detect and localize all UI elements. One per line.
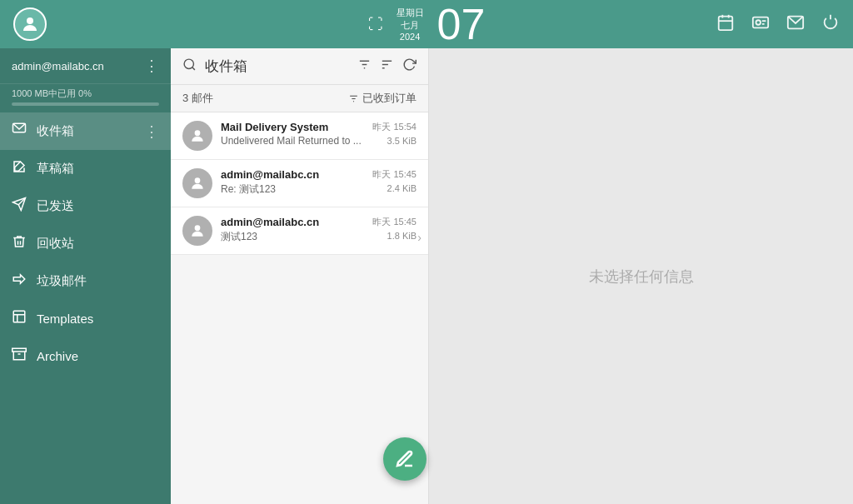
email-time: 昨天 15:45 — [372, 168, 417, 181]
email-subject: Undelivered Mail Returned to ... — [221, 135, 364, 147]
email-meta: 昨天 15:45 2.4 KiB — [372, 168, 417, 193]
archive-icon — [12, 347, 27, 366]
avatar — [182, 216, 212, 246]
filter-label: 已收到订单 — [348, 91, 417, 106]
avatar — [182, 121, 212, 151]
no-selection-text: 未选择任何信息 — [589, 267, 694, 287]
expand-icon[interactable]: ⛶ — [368, 16, 383, 33]
email-meta: 昨天 15:54 3.5 KiB — [372, 121, 417, 146]
sidebar-item-templates[interactable]: Templates — [0, 300, 171, 337]
drafts-icon — [12, 159, 27, 178]
email-list-header: 收件箱 — [171, 48, 428, 85]
svg-rect-13 — [13, 311, 25, 322]
refresh-icon[interactable] — [402, 57, 417, 76]
templates-icon — [12, 309, 27, 328]
email-meta: 昨天 15:45 1.8 KiB — [372, 216, 417, 241]
svg-rect-1 — [719, 16, 733, 29]
email-content: admin@mailabc.cn 测试123 — [221, 216, 364, 244]
reading-pane: 未选择任何信息 — [429, 48, 853, 504]
user-avatar[interactable] — [13, 7, 47, 41]
svg-point-0 — [27, 17, 33, 24]
day-display: 07 — [437, 2, 486, 46]
templates-label: Templates — [37, 312, 159, 326]
sidebar: admin@mailabc.cn ⋮ 1000 MB中已用 0% 收件箱 ⋮ 草… — [0, 48, 171, 504]
search-icon[interactable] — [182, 57, 197, 75]
top-bar-center: ⛶ 星期日 七月 2024 07 — [368, 2, 486, 46]
filter-label-text: 已收到订单 — [362, 91, 417, 106]
email-sender: admin@mailabc.cn — [221, 216, 364, 228]
storage-bar-track — [12, 102, 159, 106]
main-area: admin@mailabc.cn ⋮ 1000 MB中已用 0% 收件箱 ⋮ 草… — [0, 48, 853, 504]
email-size: 1.8 KiB — [372, 231, 417, 241]
inbox-title: 收件箱 — [205, 57, 349, 76]
email-time: 昨天 15:54 — [372, 121, 417, 133]
email-content: Mail Delivery System Undelivered Mail Re… — [221, 121, 364, 147]
email-list-panel: 收件箱 3 邮件 已收到订单 — [171, 48, 429, 504]
account-menu-icon[interactable]: ⋮ — [144, 57, 159, 75]
storage-bar-wrap: 1000 MB中已用 0% — [0, 84, 171, 112]
email-size: 2.4 KiB — [372, 183, 417, 193]
sidebar-item-drafts[interactable]: 草稿箱 — [0, 150, 171, 187]
datetime-display: 星期日 七月 2024 — [397, 7, 424, 42]
filter-icon[interactable] — [357, 57, 372, 76]
compose-fab-button[interactable] — [383, 437, 426, 481]
spam-label: 垃圾邮件 — [37, 273, 159, 289]
trash-label: 回收站 — [37, 236, 159, 252]
email-count: 3 邮件 — [182, 91, 213, 106]
inbox-icon — [12, 122, 27, 141]
svg-point-31 — [195, 225, 201, 231]
svg-point-30 — [195, 177, 201, 183]
email-sub-header: 3 邮件 已收到订单 — [171, 85, 428, 112]
power-icon[interactable] — [821, 13, 840, 36]
sidebar-item-trash[interactable]: 回收站 — [0, 225, 171, 262]
email-subject: Re: 测试123 — [221, 182, 364, 197]
sidebar-account: admin@mailabc.cn ⋮ — [0, 48, 171, 84]
email-item[interactable]: admin@mailabc.cn 测试123 昨天 15:45 1.8 KiB … — [171, 207, 428, 255]
svg-line-19 — [192, 67, 195, 70]
email-item[interactable]: admin@mailabc.cn Re: 测试123 昨天 15:45 2.4 … — [171, 160, 428, 207]
sent-icon — [12, 197, 27, 216]
email-size: 3.5 KiB — [372, 136, 417, 146]
email-time: 昨天 15:45 — [372, 216, 417, 228]
email-sender: admin@mailabc.cn — [221, 168, 364, 181]
account-email: admin@mailabc.cn — [12, 60, 104, 72]
svg-point-29 — [195, 130, 201, 136]
svg-point-18 — [184, 59, 193, 68]
drafts-label: 草稿箱 — [37, 161, 159, 177]
storage-label: 1000 MB中已用 0% — [12, 87, 159, 100]
sent-label: 已发送 — [37, 198, 159, 214]
top-bar: ⛶ 星期日 七月 2024 07 — [0, 0, 853, 48]
calendar-icon[interactable] — [716, 13, 735, 36]
email-sender: Mail Delivery System — [221, 121, 364, 133]
top-bar-left — [13, 7, 47, 41]
sidebar-item-inbox[interactable]: 收件箱 ⋮ — [0, 112, 171, 150]
spam-icon — [12, 272, 27, 291]
email-content: admin@mailabc.cn Re: 测试123 — [221, 168, 364, 197]
sort-icon[interactable] — [380, 57, 394, 76]
email-subject: 测试123 — [221, 230, 364, 244]
sidebar-item-archive[interactable]: Archive — [0, 337, 171, 375]
inbox-more-icon[interactable]: ⋮ — [144, 122, 159, 141]
avatar — [182, 168, 212, 198]
email-item[interactable]: Mail Delivery System Undelivered Mail Re… — [171, 112, 428, 160]
month-label: 七月 — [397, 19, 424, 32]
mail-icon[interactable] — [786, 13, 805, 36]
weekday-label: 星期日 — [397, 7, 424, 19]
id-card-icon[interactable] — [751, 13, 770, 36]
sidebar-item-spam[interactable]: 垃圾邮件 — [0, 262, 171, 300]
trash-icon — [12, 234, 27, 253]
email-arrow-icon: › — [417, 231, 422, 244]
inbox-label: 收件箱 — [37, 123, 134, 139]
svg-rect-16 — [12, 348, 27, 352]
sidebar-item-sent[interactable]: 已发送 — [0, 187, 171, 225]
svg-point-6 — [756, 20, 761, 25]
archive-label: Archive — [37, 349, 159, 363]
year-label: 2024 — [397, 32, 424, 42]
top-bar-right — [716, 13, 840, 36]
